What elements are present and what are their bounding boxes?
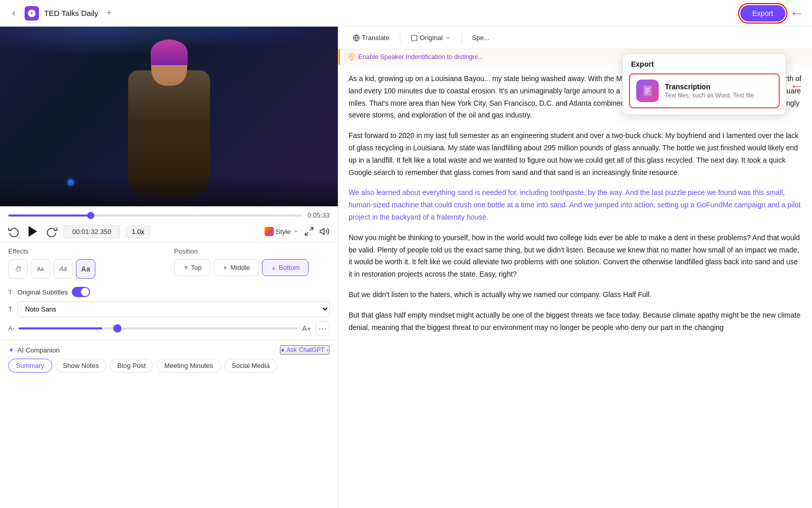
transcript-para-5: But that glass half empty mindset might … — [349, 309, 802, 334]
style-chevron-icon — [293, 228, 299, 235]
progress-bar[interactable] — [8, 214, 302, 217]
export-option-subtitle: Text files, such as Word, Text file — [665, 92, 754, 99]
ask-label: ● — [281, 346, 285, 354]
export-dropdown-title: Export — [629, 60, 780, 68]
position-top-label: Top — [191, 264, 202, 271]
ai-chip-socialmedia[interactable]: Social Media — [224, 359, 277, 373]
current-time-input[interactable] — [64, 225, 120, 238]
ai-chip-summary[interactable]: Summary — [8, 359, 52, 373]
ai-title: ✦ AI Companion — [8, 346, 59, 354]
ai-chip-shownotes[interactable]: Show Notes — [55, 359, 107, 373]
svg-rect-11 — [411, 35, 417, 41]
forward-button[interactable] — [46, 226, 57, 237]
transcript-para-2-highlight: We also learned about everything sand is… — [349, 187, 802, 223]
controls-right: Style — [265, 226, 330, 237]
fullscreen-button[interactable] — [304, 226, 314, 237]
effect-btn-aa1[interactable]: Aa — [31, 259, 50, 279]
player-controls: 0:05:33 1.0x Style — [0, 206, 338, 242]
arrow-up-icon — [183, 265, 189, 271]
position-bottom-button[interactable]: Bottom — [262, 259, 309, 276]
font-row: T Noto Sans — [0, 299, 338, 319]
original-button[interactable]: Original — [404, 31, 457, 45]
header: ‹ TED Talks Daily + Export ← — [0, 0, 812, 27]
video-container — [0, 27, 338, 206]
translate-label: Translate — [362, 34, 390, 42]
main-content: 0:05:33 1.0x Style — [0, 27, 812, 508]
header-right: Export ← — [740, 5, 804, 22]
audience-silhouette — [0, 175, 338, 206]
ai-chips: Summary Show Notes Blog Post Meeting Min… — [8, 359, 330, 373]
effects-col: Effects ⏱ Aa Aa Aa — [8, 247, 164, 279]
position-bottom-label: Bottom — [279, 264, 300, 271]
style-icon — [265, 227, 274, 236]
position-col: Position Top Middle Bottom — [174, 247, 330, 279]
translate-button[interactable]: Translate — [347, 31, 396, 45]
toolbar-separator-1 — [400, 33, 400, 43]
total-duration: 0:05:33 — [308, 211, 330, 219]
toolbar-separator-2 — [461, 33, 462, 43]
font-size-slider[interactable] — [18, 327, 298, 329]
transcript-para-3: Now you might be thinking to yourself, h… — [349, 232, 802, 281]
ai-header: ✦ AI Companion ● Ask ChatGPT › — [8, 345, 330, 355]
font-select[interactable]: Noto Sans — [17, 301, 330, 317]
transcript-area[interactable]: As a kid, growing up on a Louisiana Bayo… — [338, 65, 812, 508]
ask-gpt-button[interactable]: ● Ask ChatGPT › — [280, 345, 330, 355]
font-size-minus-label: A- — [8, 325, 14, 332]
svg-marker-1 — [29, 226, 37, 237]
effect-btn-aa2[interactable]: Aa — [53, 259, 73, 279]
speed-button[interactable]: 1.0x — [126, 225, 150, 238]
video-background — [0, 27, 338, 206]
gpt-label: ChatGPT — [299, 346, 324, 354]
export-option-transcription[interactable]: Transcription Text files, such as Word, … — [629, 73, 780, 108]
align-center-icon — [222, 265, 228, 271]
export-option-title: Transcription — [665, 83, 754, 91]
ai-chip-meetingminutes[interactable]: Meeting Minutes — [156, 359, 220, 373]
svg-marker-4 — [320, 228, 324, 235]
ask-text: Ask — [287, 346, 297, 354]
effect-btn-timer[interactable]: ⏱ — [8, 259, 28, 279]
back-button[interactable]: ‹ — [8, 6, 19, 21]
more-options-button[interactable]: ⋯ — [315, 321, 330, 336]
speaker-label: Spe... — [472, 34, 490, 42]
person-hair — [151, 40, 188, 65]
app-icon — [25, 6, 39, 21]
speaker-button[interactable]: Spe... — [466, 31, 496, 45]
subtitles-label: Original Subtitles — [17, 288, 68, 296]
effects-label: Effects — [8, 247, 164, 255]
export-option-text: Transcription Text files, such as Word, … — [665, 83, 754, 99]
add-tab-button[interactable]: + — [104, 7, 115, 19]
rewind-button[interactable] — [8, 226, 19, 237]
original-chevron-icon — [445, 35, 451, 41]
effect-buttons: ⏱ Aa Aa Aa — [8, 259, 164, 279]
font-size-plus-label: A+ — [302, 324, 311, 333]
transcription-doc-icon — [641, 85, 654, 97]
effect-btn-aa3[interactable]: Aa — [76, 259, 95, 279]
location-pin-icon — [348, 53, 355, 61]
subtitles-toggle[interactable] — [72, 287, 90, 297]
style-button[interactable]: Style — [265, 227, 299, 236]
progress-fill — [8, 214, 91, 217]
ai-chip-blogpost[interactable]: Blog Post — [110, 359, 154, 373]
dropdown-arrow-indicator: ← — [789, 78, 804, 94]
play-button[interactable] — [26, 224, 40, 239]
translate-icon — [353, 34, 360, 42]
volume-button[interactable] — [319, 226, 330, 237]
effects-area: Effects ⏱ Aa Aa Aa Position Top — [0, 242, 338, 284]
left-panel: 0:05:33 1.0x Style — [0, 27, 338, 508]
effects-row: Effects ⏱ Aa Aa Aa Position Top — [8, 247, 330, 279]
right-toolbar: Translate Original Spe... — [338, 27, 812, 49]
font-t-icon: T — [8, 305, 12, 313]
position-top-button[interactable]: Top — [174, 259, 211, 276]
ai-star-icon: ✦ — [8, 346, 14, 354]
right-panel: Translate Original Spe... Enable Speaker… — [338, 27, 812, 508]
position-buttons: Top Middle Bottom — [174, 259, 330, 276]
ask-arrow-icon: › — [327, 346, 329, 354]
transcription-icon — [636, 80, 659, 102]
svg-point-12 — [351, 55, 353, 57]
ai-companion: ✦ AI Companion ● Ask ChatGPT › Summary S… — [0, 340, 338, 377]
header-left: ‹ TED Talks Daily + — [8, 6, 115, 21]
export-button[interactable]: Export — [740, 5, 785, 22]
transcript-para-4: But we didn't listen to the haters, whic… — [349, 289, 802, 301]
position-middle-button[interactable]: Middle — [213, 259, 258, 276]
app-title: TED Talks Daily — [44, 9, 98, 17]
